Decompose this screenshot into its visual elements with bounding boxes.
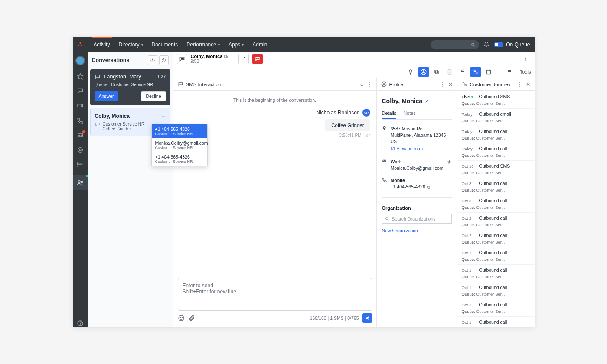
tool-profile[interactable] xyxy=(418,67,429,77)
journey-row[interactable]: Oct 2Outbound callQueue: Customer Ser... xyxy=(457,230,535,247)
journey-row[interactable]: TodayOutbound callQueue: Customer Ser... xyxy=(457,143,535,161)
active-conversation-card[interactable]: Colby, Monica ＋ Customer Service NR Coff… xyxy=(90,108,170,136)
tab-notes[interactable]: Notes xyxy=(403,109,416,119)
answer-button[interactable]: Answer xyxy=(95,91,118,101)
journey-close-icon[interactable]: ✕ xyxy=(526,81,530,88)
message-timestamp: 3:58:41 PM xyxy=(339,133,361,138)
popover-item-phone[interactable]: +1 404-565-4326Customer Service NR xyxy=(152,124,207,138)
svg-rect-46 xyxy=(508,72,509,72)
open-external-icon[interactable]: ↗ xyxy=(425,98,429,104)
nav-directory[interactable]: Directory▾ xyxy=(114,37,147,52)
journey-list[interactable]: Live Outbound SMSQueue: Customer Ser...T… xyxy=(457,91,535,327)
svg-rect-57 xyxy=(427,186,429,188)
message-input[interactable]: Enter to send Shift+Enter for new line xyxy=(178,278,372,311)
nav-performance[interactable]: Performance▾ xyxy=(182,37,224,52)
chat-icon[interactable] xyxy=(76,87,84,95)
user-avatar[interactable] xyxy=(75,56,85,65)
more-icon[interactable]: ⋮ xyxy=(367,81,372,88)
copy-phone-icon[interactable] xyxy=(427,185,431,189)
attachment-button[interactable] xyxy=(188,315,195,322)
journey-title: Customer Journey xyxy=(470,82,511,87)
journey-row[interactable]: Live Outbound SMSQueue: Customer Ser... xyxy=(457,91,535,109)
transfer-button[interactable] xyxy=(238,54,249,64)
svg-point-21 xyxy=(162,58,164,60)
copy-icon[interactable] xyxy=(224,55,228,59)
global-search[interactable] xyxy=(431,40,479,49)
journey-row[interactable]: Oct 2Outbound callQueue: Customer Ser... xyxy=(457,213,535,230)
popover-item-phone-2[interactable]: +1 404-565-4326Customer Service NR xyxy=(152,152,207,166)
journey-row[interactable]: Oct 3Outbound callQueue: Customer Ser... xyxy=(457,195,535,213)
svg-point-17 xyxy=(81,181,82,183)
end-interaction-button[interactable] xyxy=(252,54,263,64)
tab-details[interactable]: Details xyxy=(382,109,397,119)
svg-rect-43 xyxy=(508,70,509,71)
back-button[interactable]: ‹ xyxy=(521,54,531,64)
profile-contact-name: Colby, Monica ↗ xyxy=(382,98,452,104)
search-icon xyxy=(385,217,389,221)
svg-rect-32 xyxy=(435,71,438,73)
journey-row[interactable]: Oct 1Outbound callQueue: Customer Ser... xyxy=(457,247,535,265)
journey-row[interactable]: Oct 8Outbound callQueue: Customer Ser... xyxy=(457,178,535,195)
svg-point-1 xyxy=(78,45,79,47)
inbox-icon[interactable] xyxy=(76,131,84,139)
tool-quote[interactable]: ❝ xyxy=(457,67,468,77)
phone-icon xyxy=(382,177,387,190)
nav-admin[interactable]: Admin xyxy=(248,37,271,52)
journey-row[interactable]: TodayOutbound emailQueue: Customer Ser..… xyxy=(457,109,535,126)
sender-name: Nicholas Robinson xyxy=(316,110,359,116)
collapse-icon[interactable]: « xyxy=(360,82,363,87)
profile-more-icon[interactable]: ⋮ xyxy=(440,81,445,88)
journey-row[interactable]: Oct 1Outbound callQueue: Customer Ser... xyxy=(457,265,535,282)
sender-avatar: NR xyxy=(362,109,370,117)
convo-settings-button[interactable] xyxy=(148,55,157,65)
nav-apps[interactable]: Apps▾ xyxy=(224,37,248,52)
new-organization-link[interactable]: New Organization xyxy=(382,228,452,233)
svg-point-19 xyxy=(80,325,80,325)
read-receipt-icon xyxy=(364,133,370,138)
list-icon[interactable] xyxy=(76,161,84,169)
favorites-icon[interactable] xyxy=(76,72,84,80)
journey-row[interactable]: TodayOutbound callQueue: Customer Ser... xyxy=(457,126,535,143)
tool-grid[interactable] xyxy=(504,67,515,77)
phone-icon[interactable] xyxy=(76,117,84,124)
profile-menu-icon[interactable]: ⋮ xyxy=(449,93,454,99)
journey-more-icon[interactable]: ⋮ xyxy=(517,81,522,88)
svg-line-4 xyxy=(474,45,475,46)
tool-journey[interactable] xyxy=(470,67,481,77)
journey-row[interactable]: Oct 1Outbound callQueue: Customer Ser... xyxy=(457,299,535,317)
svg-rect-47 xyxy=(509,72,510,72)
tool-copy[interactable] xyxy=(431,67,442,77)
tool-notes[interactable] xyxy=(444,67,455,77)
video-icon[interactable] xyxy=(76,102,84,110)
journey-row[interactable]: Oct 1Outbound callQueue: Customer Ser... xyxy=(457,317,535,327)
ring-icon[interactable] xyxy=(76,146,84,154)
incoming-call-card[interactable]: Langston, Mary 9:27 Queue:Customer Servi… xyxy=(90,69,170,105)
svg-point-51 xyxy=(182,317,182,318)
decline-button[interactable]: Decline xyxy=(141,91,166,101)
org-search-input[interactable]: Search Organizations xyxy=(382,214,452,224)
journey-row[interactable]: Oct 1Outbound callQueue: Customer Ser... xyxy=(457,282,535,299)
contact-channel-popover: +1 404-565-4326Customer Service NR Monic… xyxy=(151,124,208,166)
notifications-icon[interactable] xyxy=(483,42,490,48)
view-on-map-link[interactable]: View on map xyxy=(391,146,423,152)
journey-row[interactable]: Oct 16Outbound SMSQueue: Customer Ser... xyxy=(457,161,535,178)
tool-lightbulb[interactable] xyxy=(405,67,416,77)
char-count: 160/160 | 1 SMS | 0/765 xyxy=(310,315,359,321)
sms-icon xyxy=(178,81,183,87)
tools-label[interactable]: Tools xyxy=(520,69,531,75)
help-icon[interactable] xyxy=(76,319,84,327)
queue-toggle[interactable]: On Queue xyxy=(494,42,530,48)
nav-activity[interactable]: Activity xyxy=(89,37,114,52)
contacts-icon[interactable] xyxy=(73,176,88,190)
tool-schedule[interactable] xyxy=(483,67,494,77)
favorite-email-button[interactable]: ★ xyxy=(447,159,452,166)
add-interaction-button[interactable]: ＋ xyxy=(161,113,166,119)
nav-documents[interactable]: Documents xyxy=(147,37,183,52)
svg-point-14 xyxy=(77,164,78,165)
emoji-button[interactable] xyxy=(178,315,185,322)
profile-close-icon[interactable]: ✕ xyxy=(448,81,453,88)
svg-point-13 xyxy=(77,163,78,163)
add-person-button[interactable] xyxy=(159,55,169,65)
send-button[interactable] xyxy=(362,313,372,323)
popover-item-email[interactable]: Monica.Colby@gmail.comCustomer Service N… xyxy=(152,138,207,152)
